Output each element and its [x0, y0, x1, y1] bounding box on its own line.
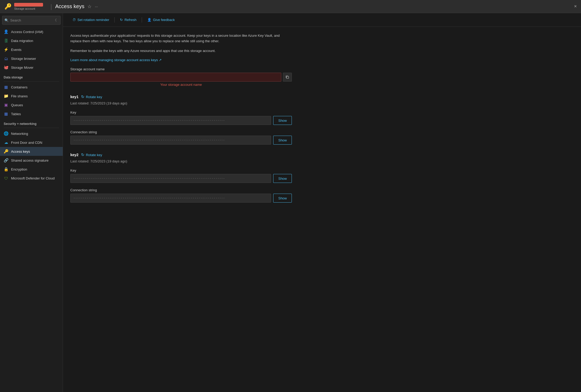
feedback-label: Give feedback: [153, 18, 175, 22]
star-icon[interactable]: ☆: [87, 4, 92, 9]
ellipsis-icon[interactable]: ···: [95, 4, 98, 9]
storage-account-name-input[interactable]: [70, 73, 281, 82]
section-data-storage: Data storage: [0, 72, 63, 80]
key1-key-label: Key: [70, 110, 292, 114]
sidebar-item-access-control[interactable]: 👤 Access Control (IAM): [0, 27, 63, 36]
set-rotation-button[interactable]: ⏱ Set rotation reminder: [69, 16, 112, 23]
containers-icon: ▦: [4, 85, 8, 89]
toolbar-separator-2: [142, 17, 142, 23]
sidebar-item-storage-browser[interactable]: 🗂 Storage browser: [0, 54, 63, 63]
key2-connection-string-row: Show: [70, 194, 292, 203]
sidebar-item-label: Access keys: [11, 150, 30, 153]
toolbar: ⏱ Set rotation reminder ↻ Refresh 👤 Give…: [63, 13, 581, 27]
key1-header: key1 ↻ Rotate key: [70, 94, 292, 100]
sidebar-item-label: Networking: [11, 132, 28, 136]
sidebar-item-label: Encryption: [11, 167, 27, 171]
sidebar-item-label: Queues: [11, 103, 23, 107]
key2-label: key2: [70, 153, 78, 157]
content-area: ⏱ Set rotation reminder ↻ Refresh 👤 Give…: [63, 13, 581, 392]
key2-header: key2 ↻ Rotate key: [70, 152, 292, 158]
sidebar-item-label: Events: [11, 48, 22, 52]
sidebar-item-label: Front Door and CDN: [11, 141, 42, 145]
storage-account-name-field-row: [70, 73, 292, 82]
sidebar-item-data-migration[interactable]: 🗄 Data migration: [0, 36, 63, 45]
page-title: Access keys: [55, 3, 84, 9]
sidebar: 🔍 《 👤 Access Control (IAM) 🗄 Data migrat…: [0, 13, 63, 392]
sidebar-item-sas[interactable]: 🔗 Shared access signature: [0, 156, 63, 165]
sidebar-item-queues[interactable]: ▣ Queues: [0, 100, 63, 109]
key1-connection-string-row: Show: [70, 136, 292, 145]
key1-label: key1: [70, 95, 78, 99]
search-input[interactable]: [10, 18, 50, 22]
collapse-button[interactable]: 《: [52, 17, 58, 23]
iam-icon: 👤: [4, 29, 8, 34]
learn-more-link[interactable]: Learn more about managing storage accoun…: [70, 58, 162, 62]
close-button[interactable]: ×: [574, 4, 577, 9]
key2-section: key2 ↻ Rotate key Last rotated: 7/25/202…: [70, 152, 292, 203]
sidebar-item-tables[interactable]: ▦ Tables: [0, 109, 63, 118]
svg-rect-0: [287, 76, 289, 78]
info-text-1: Access keys authenticate your applicatio…: [70, 33, 292, 44]
key1-key-show-button[interactable]: Show: [273, 116, 292, 125]
account-name-redacted: [14, 3, 43, 7]
main-layout: 🔍 《 👤 Access Control (IAM) 🗄 Data migrat…: [0, 13, 581, 392]
browser-icon: 🗂: [4, 56, 8, 61]
key2-rotate-label: Rotate key: [86, 153, 102, 157]
sidebar-item-storage-mover[interactable]: 🐙 Storage Mover: [0, 63, 63, 72]
key2-key-label: Key: [70, 168, 292, 172]
refresh-icon: ↻: [120, 18, 123, 22]
sidebar-item-label: Access Control (IAM): [11, 30, 43, 34]
key1-rotate-icon: ↻: [81, 94, 84, 99]
content-body: Access keys authenticate your applicatio…: [63, 27, 299, 212]
sidebar-item-defender[interactable]: 🛡 Microsoft Defender for Cloud: [0, 174, 63, 183]
key2-connection-string-label: Connection string: [70, 188, 292, 192]
key2-connection-string-input[interactable]: [70, 194, 271, 203]
copy-icon: [286, 75, 289, 79]
sidebar-item-file-shares[interactable]: 📁 File shares: [0, 92, 63, 100]
key1-key-row: Show: [70, 116, 292, 125]
key1-connection-string-show-button[interactable]: Show: [273, 136, 292, 145]
key2-rotate-button[interactable]: ↻ Rotate key: [81, 152, 102, 158]
storage-account-copy-button[interactable]: [283, 73, 292, 82]
key2-connection-string-show-button[interactable]: Show: [273, 194, 292, 203]
migration-icon: 🗄: [4, 38, 8, 43]
key1-last-rotated: Last rotated: 7/25/2023 (19 days ago): [70, 101, 292, 105]
key2-key-show-button[interactable]: Show: [273, 174, 292, 183]
defender-icon: 🛡: [4, 176, 8, 181]
sidebar-item-label: Storage browser: [11, 57, 36, 61]
frontdoor-icon: ☁: [4, 140, 8, 145]
sidebar-item-label: Containers: [11, 85, 28, 89]
search-box[interactable]: 🔍 《: [2, 16, 61, 25]
top-bar-separator: |: [50, 3, 52, 10]
key2-last-rotated: Last rotated: 7/25/2023 (19 days ago): [70, 159, 292, 163]
key1-connection-string-input[interactable]: [70, 136, 271, 145]
refresh-label: Refresh: [124, 18, 136, 22]
key1-rotate-button[interactable]: ↻ Rotate key: [81, 94, 102, 100]
key2-rotate-icon: ↻: [81, 152, 84, 157]
key1-section: key1 ↻ Rotate key Last rotated: 7/25/202…: [70, 94, 292, 145]
rotation-icon: ⏱: [72, 18, 76, 22]
feedback-button[interactable]: 👤 Give feedback: [144, 16, 178, 23]
key1-key-input[interactable]: [70, 116, 271, 125]
sidebar-item-label: File shares: [11, 94, 28, 98]
feedback-icon: 👤: [147, 18, 151, 22]
info-text-2: Remember to update the keys with any Azu…: [70, 48, 292, 54]
key1-rotate-label: Rotate key: [86, 95, 102, 99]
sidebar-item-networking[interactable]: 🌐 Networking: [0, 129, 63, 138]
storage-icon: 🔑: [4, 3, 12, 10]
accesskeys-icon: 🔑: [4, 149, 8, 154]
refresh-button[interactable]: ↻ Refresh: [117, 16, 140, 23]
tables-icon: ▦: [4, 112, 8, 116]
sidebar-item-label: Shared access signature: [11, 158, 49, 162]
key2-key-input[interactable]: [70, 174, 271, 183]
sidebar-item-containers[interactable]: ▦ Containers: [0, 83, 63, 92]
events-icon: ⚡: [4, 47, 8, 52]
sidebar-item-label: Tables: [11, 112, 21, 116]
encryption-icon: 🔒: [4, 167, 8, 172]
account-info: Storage account: [14, 3, 43, 10]
sidebar-item-label: Data migration: [11, 39, 33, 43]
sidebar-item-front-door[interactable]: ☁ Front Door and CDN: [0, 138, 63, 147]
sidebar-item-access-keys[interactable]: 🔑 Access keys: [0, 147, 63, 156]
sidebar-item-events[interactable]: ⚡ Events: [0, 45, 63, 54]
sidebar-item-encryption[interactable]: 🔒 Encryption: [0, 165, 63, 174]
